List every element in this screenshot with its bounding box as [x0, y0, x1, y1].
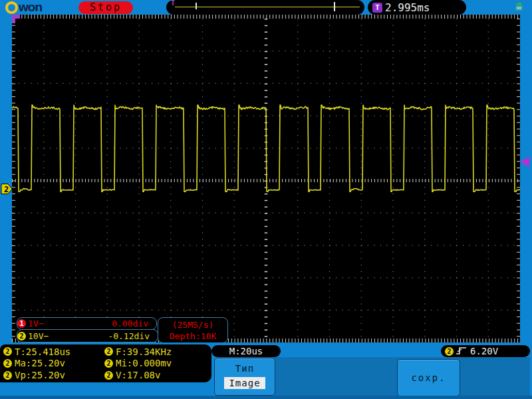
- measurement-item: 2 Vp:25.20v: [3, 369, 104, 381]
- type-button-value[interactable]: Image: [224, 377, 265, 389]
- measurement-channel-badge: 2: [3, 371, 12, 380]
- ch2-badge: 2: [17, 332, 26, 340]
- trigger-level-arrow: [520, 157, 529, 167]
- acquisition-panel: (25MS/s) Depth:10K: [158, 317, 228, 343]
- measurement-text: V:17.08v: [116, 370, 160, 380]
- measurement-channel-badge: 2: [3, 359, 12, 368]
- sample-rate: (25MS/s): [172, 319, 214, 331]
- measurement-item: 2 V:17.08v: [104, 369, 211, 381]
- run-state-badge: Stop: [78, 1, 133, 14]
- measurement-text: Mi:0.000mv: [116, 358, 172, 368]
- save-button-label: сохр.: [411, 372, 446, 383]
- trigger-t-icon: T: [372, 3, 382, 13]
- measurement-item: 2 Ma:25.20v: [3, 358, 104, 370]
- timebase-pill: M:20us: [211, 345, 281, 357]
- ch2-scale: 10V−: [28, 331, 49, 341]
- ch1-badge: 1: [17, 319, 26, 328]
- trigger-level-pill: 2 6.20V: [441, 345, 530, 357]
- memory-window-tick: [196, 3, 197, 9]
- bottom-strip: [0, 396, 532, 399]
- type-button[interactable]: Тип Image: [214, 358, 275, 396]
- trigger-level-value: 6.20V: [470, 346, 498, 356]
- measurement-channel-badge: 2: [104, 359, 113, 368]
- ch1-info-panel: 1 1V− 0.00div: [17, 317, 157, 330]
- save-button[interactable]: сохр.: [397, 359, 460, 396]
- owon-logo-o-icon: [5, 1, 18, 14]
- measurement-item: 2 T:25.418us: [3, 346, 104, 358]
- measurements-panel: 2 T:25.418us 2 F:39.34KHz 2 Ma:25.20v 2 …: [0, 344, 211, 382]
- record-depth: Depth:10K: [170, 331, 216, 342]
- trigger-channel-badge: 2: [445, 347, 454, 356]
- top-bar: won Stop T T 2.995ms: [0, 0, 532, 15]
- bottom-bar: 2 T:25.418us 2 F:39.34KHz 2 Ma:25.20v 2 …: [0, 342, 532, 399]
- measurement-channel-badge: 2: [104, 371, 113, 380]
- measurement-item: 2 Mi:0.000mv: [104, 358, 211, 370]
- type-button-label: Тип: [235, 363, 254, 374]
- ch1-position: 0.00div: [112, 319, 148, 329]
- scope-background: [12, 15, 520, 342]
- memory-position-bar: T: [166, 0, 364, 15]
- ch2-position: -0.12div: [108, 331, 150, 341]
- measurement-text: Vp:25.20v: [15, 370, 65, 380]
- memory-line: [175, 7, 360, 7]
- svg-text:2: 2: [4, 185, 9, 194]
- scope-screen: 2: [0, 0, 532, 342]
- usb-storage-icon: [513, 1, 525, 15]
- measurement-item: 2 F:39.34KHz: [104, 346, 211, 358]
- ch2-position-marker: 2: [1, 184, 12, 195]
- scope-canvas: 2: [0, 0, 532, 342]
- trigger-time-value: 2.995ms: [385, 1, 430, 14]
- rising-edge-icon: [456, 346, 467, 357]
- measurement-text: F:39.34KHz: [116, 346, 172, 357]
- memory-trigger-tick: [334, 2, 335, 11]
- owon-logo: won: [5, 1, 42, 14]
- measurement-text: T:25.418us: [15, 346, 70, 357]
- measurement-channel-badge: 2: [3, 347, 12, 356]
- trigger-time-pill: T 2.995ms: [368, 0, 466, 15]
- measurement-channel-badge: 2: [104, 347, 113, 356]
- ch1-scale: 1V−: [28, 319, 43, 329]
- owon-logo-text: won: [19, 1, 42, 14]
- measurement-text: Ma:25.20v: [15, 358, 65, 368]
- memory-trigger-marker: T: [171, 0, 175, 7]
- ch2-info-panel: 2 10V− -0.12div: [17, 329, 158, 342]
